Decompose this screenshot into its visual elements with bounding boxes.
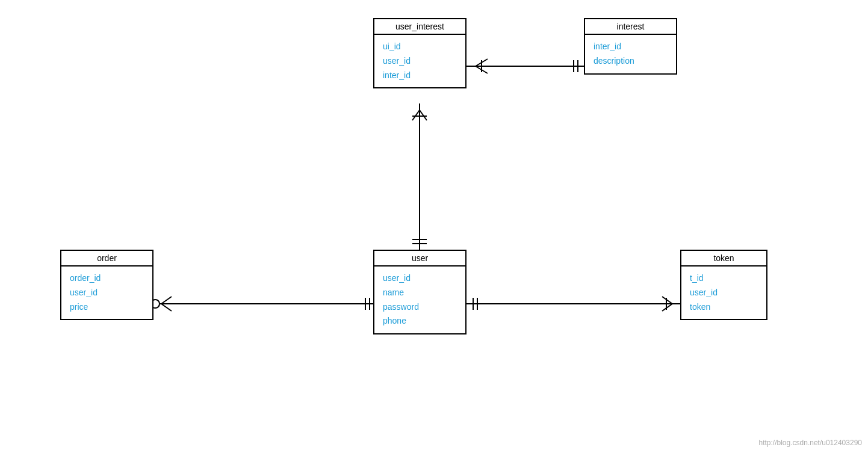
entity-interest-body: inter_id description (585, 35, 676, 73)
field-price: price (70, 300, 144, 315)
field-user-id: user_id (70, 286, 144, 300)
entity-user: user user_id name password phone (373, 250, 467, 334)
entity-order-body: order_id user_id price (61, 267, 152, 319)
svg-line-2 (476, 66, 488, 73)
field-user-id: user_id (383, 54, 457, 69)
entity-user-interest-header: user_interest (374, 19, 465, 35)
entity-user-interest-body: ui_id user_id inter_id (374, 35, 465, 87)
svg-line-1 (476, 59, 488, 66)
entity-order-header: order (61, 251, 152, 267)
field-description: description (594, 54, 668, 69)
entity-interest: interest inter_id description (584, 18, 677, 75)
entity-user-header: user (374, 251, 465, 267)
svg-line-8 (412, 110, 420, 120)
watermark: http://blog.csdn.net/u012403290 (759, 439, 862, 447)
entity-user-body: user_id name password phone (374, 267, 465, 333)
field-token: token (690, 300, 758, 315)
entity-order: order order_id user_id price (60, 250, 153, 320)
entity-token-header: token (681, 251, 766, 267)
entity-interest-header: interest (585, 19, 676, 35)
field-ui-id: ui_id (383, 40, 457, 54)
svg-line-25 (662, 304, 672, 311)
entity-user-interest: user_interest ui_id user_id inter_id (373, 18, 467, 88)
field-user-id: user_id (690, 286, 758, 300)
field-inter-id: inter_id (383, 69, 457, 83)
entity-token: token t_id user_id token (680, 250, 767, 320)
svg-line-24 (662, 297, 672, 304)
field-password: password (383, 300, 457, 315)
field-inter-id: inter_id (594, 40, 668, 54)
field-phone: phone (383, 314, 457, 328)
svg-line-16 (161, 304, 172, 311)
field-order-id: order_id (70, 271, 144, 286)
svg-line-15 (161, 297, 172, 304)
field-name: name (383, 286, 457, 300)
entity-token-body: t_id user_id token (681, 267, 766, 319)
field-t-id: t_id (690, 271, 758, 286)
field-user-id: user_id (383, 271, 457, 286)
svg-line-9 (420, 110, 427, 120)
diagram-container: user_interest ui_id user_id inter_id int… (0, 0, 868, 453)
